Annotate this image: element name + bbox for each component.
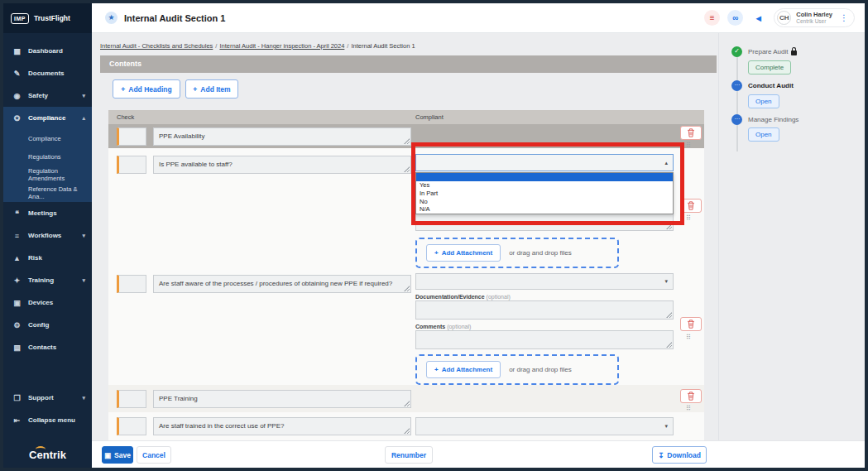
add-item-button[interactable]: + Add Item <box>185 79 238 99</box>
avatar: CH <box>777 11 791 25</box>
sidebar-item-label: Workflows <box>28 232 61 239</box>
dropdown-option-in-part[interactable]: In Part <box>416 190 673 198</box>
drag-handle[interactable]: ⠿ <box>686 334 690 341</box>
sidebar-subitem-regulation-amendments[interactable]: Regulation Amendments <box>3 166 92 184</box>
heading-row-ppe-availability: PPE Availability <box>108 124 704 148</box>
download-icon: ↧ <box>658 451 664 459</box>
delete-row-button[interactable] <box>680 199 702 213</box>
sidebar-item-label: Support <box>28 394 54 401</box>
sidebar-item-workflows[interactable]: ≡ Workflows ▾ <box>3 224 92 247</box>
dropdown-option-yes[interactable]: Yes <box>416 181 673 190</box>
sidebar-subitem-compliance[interactable]: Compliance <box>3 129 92 147</box>
sidebar-subitem-reference-data[interactable]: Reference Data & Ana... <box>3 184 92 202</box>
sidebar-item-contacts[interactable]: ▤ Contacts <box>3 336 92 358</box>
footer-bar: ▣ Save Cancel Renumber ↧ Download <box>92 440 865 468</box>
attachment-dropzone[interactable]: +Add Attachment or drag and drop files <box>415 354 619 385</box>
question-text-input[interactable]: Is PPE available to staff? <box>153 156 411 174</box>
sidebar: IMP TrustFlight ▦ Dashboard ✎ Documents … <box>3 3 92 468</box>
dashboard-icon: ▦ <box>12 47 22 55</box>
delete-row-button[interactable] <box>680 317 702 331</box>
item-number-input[interactable] <box>117 127 146 146</box>
delete-row-button[interactable] <box>680 389 702 403</box>
delete-row-button[interactable] <box>680 126 702 140</box>
sidebar-item-risk[interactable]: ▲ Risk <box>3 247 92 269</box>
comments-textarea[interactable] <box>415 330 674 349</box>
drag-handle[interactable]: ⠿ <box>686 405 690 412</box>
sidebar-item-label: Compliance <box>28 114 65 122</box>
main-content: Internal Audit - Checklists and Schedule… <box>92 33 865 440</box>
plus-icon: + <box>193 85 197 94</box>
comments-label: Comments (optional) <box>415 324 471 329</box>
sidebar-item-documents[interactable]: ✎ Documents <box>3 62 92 84</box>
chevron-up-icon: ▴ <box>664 160 668 166</box>
renumber-button[interactable]: Renumber <box>385 446 433 464</box>
add-item-label: Add Item <box>200 85 230 94</box>
stack-icon[interactable]: ≡ <box>704 10 720 26</box>
sidebar-item-devices[interactable]: ▣ Devices <box>3 291 92 314</box>
table-header-row: Check Compliant <box>108 110 704 124</box>
app-logo[interactable]: IMP TrustFlight <box>3 3 92 33</box>
megaphone-icon[interactable]: ◄ <box>751 10 766 26</box>
workflow-step-conduct-audit: Conduct Audit <box>748 82 794 89</box>
sidebar-item-training[interactable]: ✦ Training ▾ <box>3 269 92 291</box>
heading-text-input[interactable]: PPE Availability <box>153 127 411 146</box>
workflow-step-label: Manage Findings <box>748 116 798 123</box>
dropdown-option-no[interactable]: No <box>416 198 673 206</box>
cancel-button[interactable]: Cancel <box>137 446 171 464</box>
prepare-audit-status-badge[interactable]: Complete <box>748 60 791 74</box>
sidebar-item-label: Dashboard <box>28 47 63 55</box>
download-label: Download <box>667 451 701 459</box>
paperclip-icon: ✎ <box>12 70 22 78</box>
add-heading-button[interactable]: + Add Heading <box>113 79 180 99</box>
sidebar-item-safety[interactable]: ◉ Safety ▾ <box>3 84 92 107</box>
question-text-input[interactable]: Are staff trained in the correct use of … <box>153 417 411 435</box>
sidebar-item-dashboard[interactable]: ▦ Dashboard <box>3 40 92 62</box>
item-number-input[interactable] <box>117 417 146 435</box>
item-number-input[interactable] <box>117 156 146 174</box>
compliant-select[interactable]: ▾ <box>415 417 674 435</box>
checklist-table: Check Compliant PPE Availability ⠿ Is PP… <box>108 110 704 440</box>
sidebar-item-support[interactable]: ❒ Support ▾ <box>3 387 92 409</box>
save-button[interactable]: ▣ Save <box>102 446 133 464</box>
badge-icon: ✪ <box>12 114 22 123</box>
add-attachment-button[interactable]: +Add Attachment <box>426 244 501 262</box>
address-book-icon: ▤ <box>12 344 22 352</box>
page-title: Internal Audit Section 1 <box>124 13 225 23</box>
manage-findings-status-badge[interactable]: Open <box>748 127 779 142</box>
kebab-menu-icon[interactable]: ⋮ <box>837 13 851 22</box>
sidebar-item-meetings[interactable]: ❝ Meetings <box>3 202 92 224</box>
item-number-input[interactable] <box>117 390 146 408</box>
item-number-input[interactable] <box>117 275 146 293</box>
brand-text: ntrik <box>43 449 66 461</box>
user-menu[interactable]: CH Colin Harley Centrik User ⋮ <box>774 8 855 27</box>
dropdown-option-blank[interactable] <box>416 173 673 181</box>
trash-icon <box>687 320 695 329</box>
compliant-select-open[interactable]: ▴ <box>415 154 674 171</box>
breadcrumb: Internal Audit - Checklists and Schedule… <box>100 42 415 50</box>
link-icon[interactable]: ∞ <box>727 10 743 26</box>
gear-icon: ⚙ <box>12 321 22 329</box>
dropdown-option-na[interactable]: N/A <box>416 205 673 214</box>
sidebar-item-config[interactable]: ⚙ Config <box>3 314 92 336</box>
download-button[interactable]: ↧ Download <box>652 446 707 464</box>
chevron-down-icon: ▾ <box>82 395 85 401</box>
question-row-ppe-processes: Are staff aware of the processes / proce… <box>108 269 704 385</box>
workflow-step-label: Conduct Audit <box>748 82 794 89</box>
sidebar-bottom: ❒ Support ▾ ⇤ Collapse menu <box>3 387 92 431</box>
breadcrumb-link-checklists[interactable]: Internal Audit - Checklists and Schedule… <box>100 42 213 50</box>
sidebar-subitem-regulations[interactable]: Regulations <box>3 147 92 166</box>
workflow-panel-divider <box>718 33 719 440</box>
breadcrumb-link-hanger-inspection[interactable]: Internal Audit - Hanger inspection - Apr… <box>219 42 344 50</box>
question-text-input[interactable]: Are staff aware of the processes / proce… <box>153 275 411 293</box>
documentation-evidence-textarea[interactable] <box>415 300 674 320</box>
collapse-menu-button[interactable]: ⇤ Collapse menu <box>3 409 92 431</box>
add-attachment-button[interactable]: +Add Attachment <box>426 361 501 378</box>
drag-handle[interactable]: ⠿ <box>686 214 690 222</box>
conduct-audit-status-badge[interactable]: Open <box>748 94 779 108</box>
lock-icon <box>791 50 797 55</box>
compliant-select[interactable]: ▾ <box>415 273 674 290</box>
attachment-dropzone[interactable]: +Add Attachment or drag and drop files <box>415 238 619 268</box>
heading-text-input[interactable]: PPE Training <box>153 390 411 408</box>
comments-textarea[interactable] <box>415 214 674 231</box>
sidebar-item-compliance[interactable]: ✪ Compliance ▴ <box>3 107 92 129</box>
